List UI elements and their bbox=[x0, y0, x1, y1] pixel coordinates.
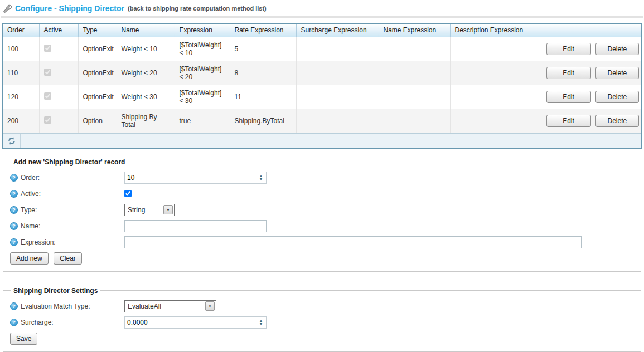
cell-description-expression bbox=[450, 85, 538, 109]
add-record-legend: Add new 'Shipping Director' record bbox=[11, 158, 127, 166]
col-header-type: Type bbox=[78, 24, 117, 37]
cell-name: Weight < 10 bbox=[117, 37, 175, 61]
edit-button[interactable]: Edit bbox=[546, 43, 591, 55]
cell-type: OptionExit bbox=[78, 61, 117, 85]
page-header: Configure - Shipping Director (back to s… bbox=[0, 0, 644, 14]
delete-button[interactable]: Delete bbox=[595, 115, 639, 127]
evaluation-match-type-select[interactable]: EvaluateAll ▼ bbox=[124, 300, 216, 312]
pager-spacer bbox=[21, 134, 641, 148]
cell-rate-expression: 8 bbox=[230, 61, 296, 85]
delete-button[interactable]: Delete bbox=[595, 67, 639, 79]
help-icon[interactable]: ? bbox=[10, 319, 18, 326]
delete-button[interactable]: Delete bbox=[595, 43, 639, 55]
spinner-down-icon[interactable]: ▼ bbox=[259, 322, 263, 326]
surcharge-label: Surcharge: bbox=[21, 319, 54, 326]
cell-rate-expression: Shipping.ByTotal bbox=[230, 109, 296, 133]
help-glyph: ? bbox=[12, 320, 16, 325]
edit-button[interactable]: Edit bbox=[546, 91, 591, 103]
order-row: ? Order: ▲ ▼ bbox=[10, 172, 635, 184]
name-input[interactable] bbox=[124, 220, 267, 232]
active-row: ? Active: bbox=[10, 188, 635, 200]
col-header-description-expression: Description Expression bbox=[450, 24, 538, 37]
surcharge-row: ? Surcharge: ▲ ▼ bbox=[10, 316, 635, 329]
surcharge-label-group: ? Surcharge: bbox=[10, 319, 124, 326]
type-row: ? Type: String ▼ bbox=[10, 204, 635, 216]
match-type-select-value: EvaluateAll bbox=[128, 302, 161, 310]
clear-button[interactable]: Clear bbox=[54, 252, 82, 265]
cell-type: OptionExit bbox=[78, 37, 117, 61]
expression-input[interactable] bbox=[124, 236, 582, 248]
order-label: Order: bbox=[21, 174, 40, 182]
help-icon[interactable]: ? bbox=[10, 174, 18, 182]
help-icon[interactable]: ? bbox=[10, 302, 18, 310]
help-glyph: ? bbox=[12, 175, 16, 180]
active-checkbox[interactable] bbox=[124, 190, 132, 197]
add-record-fieldset: Add new 'Shipping Director' record ? Ord… bbox=[3, 158, 641, 272]
cell-name: Weight < 20 bbox=[117, 61, 175, 85]
cell-expression: true bbox=[175, 109, 230, 133]
cell-type: OptionExit bbox=[78, 85, 117, 109]
cell-name-expression bbox=[379, 85, 450, 109]
cell-description-expression bbox=[450, 61, 538, 85]
surcharge-spinner: ▲ ▼ bbox=[256, 317, 266, 328]
cell-description-expression bbox=[450, 109, 538, 133]
edit-button[interactable]: Edit bbox=[546, 67, 591, 79]
dropdown-arrow-icon: ▼ bbox=[163, 205, 173, 214]
page-title: Configure - Shipping Director bbox=[15, 4, 124, 13]
name-label: Name: bbox=[21, 222, 40, 230]
help-glyph: ? bbox=[12, 304, 16, 309]
cell-order: 120 bbox=[3, 85, 39, 109]
active-label: Active: bbox=[21, 190, 41, 198]
help-glyph: ? bbox=[12, 239, 16, 245]
save-button[interactable]: Save bbox=[10, 333, 37, 345]
settings-legend: Shipping Director Settings bbox=[11, 287, 100, 295]
col-header-name: Name bbox=[117, 24, 175, 37]
cell-surcharge-expression bbox=[296, 85, 379, 109]
cell-actions: Edit Delete bbox=[538, 37, 641, 61]
settings-buttons: Save bbox=[10, 333, 635, 345]
help-icon[interactable]: ? bbox=[10, 238, 18, 246]
edit-button[interactable]: Edit bbox=[546, 115, 591, 127]
shipping-rules-grid: Order Active Type Name Expression Rate E… bbox=[2, 23, 642, 149]
add-new-button[interactable]: Add new bbox=[10, 252, 49, 265]
col-header-surcharge-expression: Surcharge Expression bbox=[296, 24, 379, 37]
add-form-buttons: Add new Clear bbox=[10, 252, 635, 265]
help-icon[interactable]: ? bbox=[10, 206, 18, 214]
cell-type: Option bbox=[78, 109, 117, 133]
cell-order: 110 bbox=[3, 61, 39, 85]
refresh-icon bbox=[7, 136, 16, 145]
match-type-label-group: ? Evaluation Match Type: bbox=[10, 302, 124, 310]
type-label: Type: bbox=[21, 206, 37, 214]
refresh-button[interactable] bbox=[3, 134, 21, 148]
type-select-value: String bbox=[128, 206, 145, 214]
order-label-group: ? Order: bbox=[10, 174, 124, 182]
delete-button[interactable]: Delete bbox=[595, 91, 639, 103]
help-glyph: ? bbox=[12, 207, 16, 213]
cell-name-expression bbox=[379, 61, 450, 85]
help-glyph: ? bbox=[12, 191, 16, 197]
expression-label: Expression: bbox=[21, 238, 56, 246]
col-header-order: Order bbox=[3, 24, 39, 37]
surcharge-input[interactable] bbox=[125, 317, 256, 328]
cell-name-expression bbox=[379, 37, 450, 61]
cell-name: Shipping By Total bbox=[117, 109, 175, 133]
spinner-down-icon[interactable]: ▼ bbox=[259, 178, 263, 181]
cell-name: Weight < 30 bbox=[117, 85, 175, 109]
help-glyph: ? bbox=[12, 223, 16, 229]
grid-header-row: Order Active Type Name Expression Rate E… bbox=[3, 24, 641, 37]
order-spinner: ▲ ▼ bbox=[256, 172, 266, 183]
cell-actions: Edit Delete bbox=[538, 109, 641, 133]
surcharge-spin-wrap: ▲ ▼ bbox=[124, 316, 267, 329]
help-icon[interactable]: ? bbox=[10, 190, 18, 198]
dropdown-arrow-icon: ▼ bbox=[205, 301, 215, 311]
order-input[interactable] bbox=[125, 172, 256, 183]
cell-rate-expression: 5 bbox=[230, 37, 296, 61]
cell-active bbox=[39, 61, 78, 85]
col-header-actions bbox=[538, 24, 641, 37]
cell-expression: [$TotalWeight] < 20 bbox=[175, 61, 230, 85]
cell-surcharge-expression bbox=[296, 61, 379, 85]
cell-surcharge-expression bbox=[296, 37, 379, 61]
back-to-list-link[interactable]: (back to shipping rate computation metho… bbox=[128, 5, 267, 12]
type-select[interactable]: String ▼ bbox=[124, 204, 175, 216]
help-icon[interactable]: ? bbox=[10, 222, 18, 230]
